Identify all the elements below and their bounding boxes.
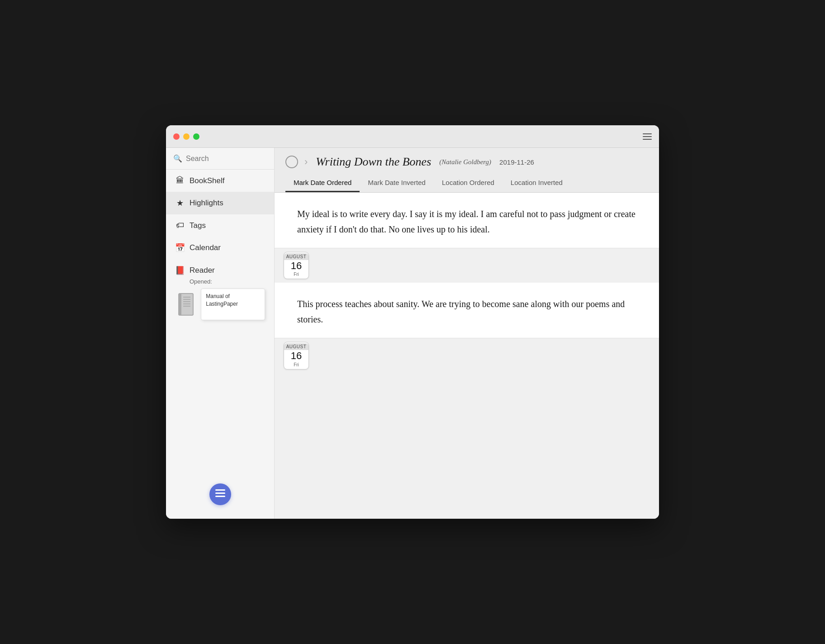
sidebar-bottom [166, 479, 274, 510]
book-tooltip: Manual of LastingPaper [201, 289, 265, 320]
reader-content: Manual of LastingPaper [175, 289, 265, 320]
book-date: 2019-11-26 [499, 158, 534, 166]
minimize-button[interactable] [183, 133, 190, 140]
book-circle-button[interactable] [285, 156, 298, 168]
sidebar-item-calendar[interactable]: 📅 Calendar [166, 237, 274, 259]
tab-location-ordered[interactable]: Location Ordered [434, 174, 503, 192]
tabs-row: Mark Date Ordered Mark Date Inverted Loc… [285, 174, 648, 192]
menu-line [643, 139, 652, 140]
highlight-text: This process teaches about sanity. We ar… [297, 296, 636, 327]
title-bar [166, 125, 659, 148]
sidebar-item-bookshelf[interactable]: 🏛 BookShelf [166, 170, 274, 192]
maximize-button[interactable] [193, 133, 199, 140]
fab-icon [215, 489, 225, 500]
date-badge-day: 16 [284, 260, 308, 272]
chevron-right-icon: › [304, 156, 308, 168]
highlight-text: My ideal is to write every day. I say it… [297, 206, 636, 237]
highlight-block: My ideal is to write every day. I say it… [275, 193, 659, 248]
date-badge: August 16 Fri [284, 342, 309, 369]
sidebar: 🔍 🏛 BookShelf ★ Highlights 🏷 Tags 📅 Cale… [166, 148, 275, 519]
bookshelf-icon: 🏛 [175, 176, 185, 185]
sidebar-item-label: Calendar [190, 243, 221, 252]
reader-opened-label: Opened: [190, 278, 265, 285]
window-controls [173, 133, 199, 140]
date-badge-month: August [284, 253, 308, 260]
reader-icon: 📕 [175, 265, 185, 275]
date-badge-weekday: Fri [284, 362, 308, 367]
book-title: Writing Down the Bones [316, 155, 431, 169]
svg-rect-1 [179, 294, 181, 315]
menu-line [643, 136, 652, 137]
sidebar-item-highlights[interactable]: ★ Highlights [166, 192, 274, 214]
fab-button[interactable] [209, 483, 231, 505]
book-header-top: › Writing Down the Bones (Natalie Goldbe… [285, 155, 648, 169]
search-icon: 🔍 [173, 154, 182, 163]
book-author: (Natalie Goldberg) [439, 158, 491, 166]
sidebar-item-label: Tags [190, 221, 206, 230]
book-svg-icon [177, 293, 195, 316]
tab-mark-date-ordered[interactable]: Mark Date Ordered [285, 174, 360, 192]
search-input[interactable] [186, 155, 267, 163]
tags-icon: 🏷 [175, 221, 185, 230]
hamburger-menu-button[interactable] [643, 133, 652, 140]
right-panel: › Writing Down the Bones (Natalie Goldbe… [275, 148, 659, 519]
main-content: 🔍 🏛 BookShelf ★ Highlights 🏷 Tags 📅 Cale… [166, 148, 659, 519]
date-badge: August 16 Fri [284, 252, 309, 279]
highlights-scroll[interactable]: My ideal is to write every day. I say it… [275, 193, 659, 519]
book-icon [175, 289, 196, 320]
date-badge-month: August [284, 343, 308, 350]
app-window: 🔍 🏛 BookShelf ★ Highlights 🏷 Tags 📅 Cale… [166, 125, 659, 519]
reader-section: 📕 Reader Opened: [166, 259, 274, 327]
date-badge-day: 16 [284, 350, 308, 362]
book-header: › Writing Down the Bones (Natalie Goldbe… [275, 148, 659, 193]
reader-title: Reader [190, 266, 215, 275]
reader-label: 📕 Reader [175, 265, 265, 275]
date-badge-row: August 16 Fri [275, 338, 659, 373]
search-bar: 🔍 [166, 148, 274, 170]
highlights-icon: ★ [175, 198, 185, 208]
date-badge-weekday: Fri [284, 272, 308, 277]
svg-rect-7 [215, 489, 225, 491]
date-badge-row: August 16 Fri [275, 248, 659, 283]
svg-rect-9 [215, 496, 225, 497]
menu-line [643, 133, 652, 134]
tab-mark-date-inverted[interactable]: Mark Date Inverted [360, 174, 434, 192]
svg-rect-8 [215, 492, 225, 494]
close-button[interactable] [173, 133, 180, 140]
highlight-block: This process teaches about sanity. We ar… [275, 283, 659, 338]
sidebar-item-tags[interactable]: 🏷 Tags [166, 214, 274, 237]
book-tooltip-text: Manual of LastingPaper [206, 293, 238, 307]
tab-location-inverted[interactable]: Location Inverted [503, 174, 571, 192]
sidebar-item-label: Highlights [190, 199, 223, 208]
calendar-icon: 📅 [175, 243, 185, 253]
sidebar-item-label: BookShelf [190, 176, 225, 185]
